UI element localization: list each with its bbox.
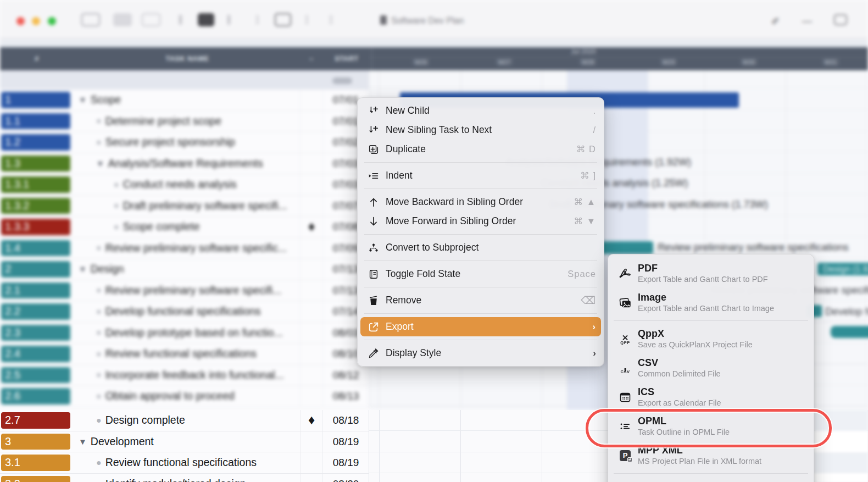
menu-separator [364, 261, 597, 261]
bullet-icon: ● [114, 180, 119, 190]
table-row[interactable]: 3.1●Review functional specifications08/1… [0, 452, 369, 474]
fold-toggle-icon[interactable]: ▼ [79, 437, 87, 446]
menu-item-remove[interactable]: Remove⌫ [358, 291, 604, 310]
minimize-window-button[interactable] [32, 17, 40, 25]
milestone-cell [301, 474, 323, 482]
milestone-cell [301, 132, 323, 153]
gantt-bar-review-preliminary[interactable] [600, 241, 653, 254]
redo-icon[interactable] [305, 15, 308, 25]
table-row[interactable]: 1.4●Review preliminary software specific… [0, 238, 369, 259]
table-row[interactable]: 1▼Scope07/01 [0, 90, 369, 111]
gantt-week-label: W30 [741, 58, 758, 66]
export-submenu: PDFExport Table and Gantt Chart to PDF I… [608, 254, 814, 482]
table-row[interactable]: 2.6●Obtain approval to proceed08/13 [0, 386, 369, 407]
panel-view-icon[interactable] [142, 13, 160, 26]
bullet-icon: ● [96, 307, 102, 317]
menu-separator [364, 340, 597, 340]
milestone-cell [301, 386, 323, 407]
chart-view-icon[interactable] [113, 13, 132, 26]
row-id-badge: 3.2 [1, 476, 70, 482]
milestone-cell [301, 431, 323, 452]
row-id-badge: 1.3 [1, 156, 70, 172]
gantt-month-label: Jul 2020 [571, 48, 596, 56]
table-row[interactable]: 1.3.2●Draft preliminary software specifi… [0, 196, 369, 217]
table-row[interactable]: 3.2●Identify modular/tiered design...08/… [0, 474, 369, 482]
header-divider [371, 47, 372, 70]
table-row[interactable]: 1.2●Secure project sponsorship07/02 [0, 132, 369, 153]
add-task-icon[interactable] [198, 13, 214, 26]
zoom-window-button[interactable] [48, 17, 56, 25]
collapse-panel-icon[interactable]: — [802, 15, 812, 27]
bullet-icon: ● [96, 328, 102, 337]
table-row[interactable]: 2.3●Develop prototype based on functio..… [0, 323, 369, 344]
submenu-item-csv[interactable]: ,CSV CSVCommon Delimited File [608, 353, 814, 383]
task-name: Develop prototype based on functio... [105, 326, 283, 339]
new-child-icon [366, 104, 381, 118]
task-name: Determine project scope [105, 115, 221, 128]
table-row[interactable]: 3▼Development08/19 [0, 431, 369, 453]
row-id-badge: 2.2 [1, 303, 70, 320]
fold-toggle-icon[interactable]: ▼ [79, 95, 87, 104]
submenu-item-pdf[interactable]: PDFExport Table and Gantt Chart to PDF [608, 259, 814, 288]
table-row[interactable]: 1.3.3●Scope complete♦07/08 [0, 217, 369, 238]
submenu-item-image[interactable]: ImageExport Table and Gantt Chart to Ima… [608, 288, 814, 317]
table-row[interactable]: 1.3▼Analysis/Software Requirements07/03 [0, 153, 369, 175]
milestone-diamond: ♦ [301, 410, 323, 431]
close-window-button[interactable] [16, 17, 25, 25]
table-row[interactable]: 1.1●Determine project scope07/01 [0, 111, 369, 132]
task-name: Develop functional specifications [105, 305, 261, 318]
menu-item-move-forward[interactable]: Move Forward in Sibling Order⌘ ▼ [358, 212, 604, 231]
menu-item-new-sibling[interactable]: New Sibling Task to Next/ [358, 120, 604, 140]
menu-item-new-child[interactable]: New Child. [358, 101, 604, 120]
menu-separator [364, 234, 597, 235]
submenu-item-ics[interactable]: ICSExport as Calendar File [608, 383, 814, 412]
row-id-badge: 1 [1, 92, 70, 108]
indent-icon[interactable] [227, 15, 230, 25]
task-name: Development [91, 435, 154, 448]
delete-task-icon[interactable] [275, 13, 291, 26]
task-name: Scope [91, 93, 121, 106]
fold-toggle-icon[interactable]: ▼ [96, 159, 104, 168]
undo-icon[interactable] [256, 15, 259, 25]
task-name: Review functional specifications [105, 456, 257, 469]
bullet-icon: ● [114, 222, 119, 232]
menu-item-export[interactable]: Export› [360, 317, 601, 336]
gantt-week-label: W28 [580, 58, 597, 66]
arrow-down-icon [366, 215, 381, 228]
fullscreen-icon[interactable] [834, 14, 847, 25]
table-row[interactable]: 2.2●Develop functional specifications07/… [0, 301, 369, 323]
outdent-icon[interactable] [179, 15, 182, 25]
table-row[interactable]: 2.4●Review functional specifications08/1… [0, 344, 369, 365]
table-row[interactable]: 2.5●Incorporate feedback into functional… [0, 365, 369, 386]
menu-item-move-backward[interactable]: Move Backward in Sibling Order⌘ ▲ [358, 192, 604, 212]
submenu-separator [614, 473, 808, 474]
milestone-diamond: ♦ [301, 217, 323, 237]
calendar-icon [616, 391, 635, 404]
start-date: 08/19 [323, 452, 369, 473]
context-menu: New Child. New Sibling Task to Next/ Dup… [357, 97, 604, 367]
menu-item-convert-subproject[interactable]: Convert to Subproject [358, 238, 604, 257]
menu-item-toggle-fold[interactable]: Toggle Fold StateSpace [358, 264, 604, 284]
qppx-icon: ⨯QPP [616, 334, 635, 345]
row-id-badge: 1.3.2 [1, 198, 70, 214]
edit-icon[interactable]: ✐ [771, 15, 780, 27]
menu-item-duplicate[interactable]: Duplicate⌘ D [358, 140, 604, 159]
fold-toggle-icon[interactable]: ▼ [79, 264, 87, 274]
table-row[interactable]: 2.1●Review preliminary software specifi.… [0, 280, 369, 302]
table-view-icon[interactable] [81, 13, 100, 26]
menu-item-display-style[interactable]: Display Style› [358, 344, 604, 363]
gantt-bar-design-summary[interactable]: Design (1.92W) [817, 263, 868, 275]
gantt-header-line [369, 57, 868, 58]
more-tools-icon[interactable] [330, 15, 332, 25]
column-header-milestone: – [309, 55, 314, 63]
submenu-item-qppx[interactable]: ⨯QPP QppXSave as QuickPlanX Project File [608, 324, 814, 353]
gantt-bar-develop-prototype[interactable] [831, 326, 868, 338]
menu-item-indent[interactable]: Indent⌘ ] [358, 166, 604, 185]
table-row[interactable]: 1.3.1●Conduct needs analysis07/03 [0, 174, 369, 196]
pdf-icon [616, 267, 635, 281]
indent-icon [366, 169, 381, 182]
table-row[interactable]: 2▼Design07/13 [0, 259, 369, 280]
row-id-badge: 2.3 [1, 325, 70, 341]
table-row[interactable]: 2.7●Design complete♦08/18 [0, 410, 369, 431]
image-icon [616, 296, 635, 310]
